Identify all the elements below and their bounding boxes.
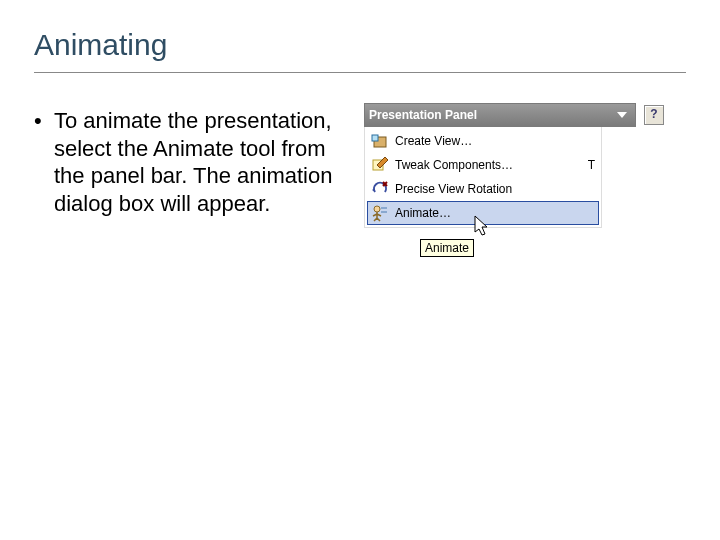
menu-item-label: Tweak Components… [395, 158, 580, 172]
panel-title-label: Presentation Panel [369, 108, 617, 122]
menu-item-animate[interactable]: Animate… [367, 201, 599, 225]
title-rule [34, 72, 686, 73]
menu-item-label: Animate… [395, 206, 587, 220]
menu-item-label: Precise View Rotation [395, 182, 587, 196]
svg-rect-1 [372, 135, 378, 141]
dropdown-icon [617, 112, 627, 118]
menu-item-create-view[interactable]: Create View… [365, 129, 601, 153]
bullet-item: • To animate the presentation, select th… [34, 107, 354, 217]
panel-menu: Create View… Tweak Components… T [364, 127, 602, 228]
tooltip-animate: Animate [420, 239, 474, 257]
screenshot-panel: Presentation Panel ? Create View… [364, 103, 664, 228]
create-view-icon [371, 132, 389, 150]
menu-item-precise-rotation[interactable]: Precise View Rotation [365, 177, 601, 201]
bullet-list: • To animate the presentation, select th… [34, 107, 354, 217]
slide-title: Animating [34, 28, 686, 62]
help-button[interactable]: ? [644, 105, 664, 125]
svg-point-5 [374, 206, 380, 212]
menu-item-shortcut: T [588, 158, 595, 172]
bullet-text: To animate the presentation, select the … [54, 107, 354, 217]
slide: Animating • To animate the presentation,… [0, 0, 720, 540]
menu-item-tweak-components[interactable]: Tweak Components… T [365, 153, 601, 177]
animate-icon [371, 204, 389, 222]
precise-rotation-icon [371, 180, 389, 198]
slide-body: • To animate the presentation, select th… [34, 107, 686, 228]
panel-titlebar[interactable]: Presentation Panel [364, 103, 636, 127]
menu-item-label: Create View… [395, 134, 587, 148]
bullet-icon: • [34, 107, 54, 217]
tweak-components-icon [371, 156, 389, 174]
